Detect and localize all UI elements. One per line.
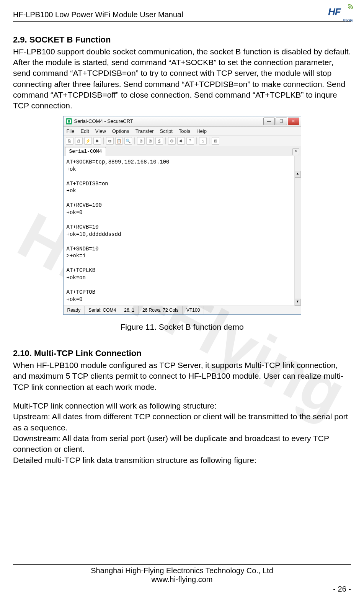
toolbar-icon[interactable]: ✖ xyxy=(177,137,185,145)
section-heading-socket-b: 2.9. SOCKET B Function xyxy=(13,34,351,46)
status-terminal-type: VT100 xyxy=(183,306,204,314)
body-text: Upstream: All dates from different TCP c… xyxy=(13,411,351,433)
toolbar-icon[interactable]: ✖ xyxy=(93,137,101,145)
toolbar-icon[interactable]: ⧉ xyxy=(106,137,114,145)
toolbar-icon[interactable]: 🖥 xyxy=(212,137,219,145)
toolbar-separator xyxy=(196,137,197,144)
logo-subtext: High-Flying xyxy=(343,19,353,21)
toolbar-icon[interactable]: 📋 xyxy=(115,137,123,145)
running-header: HF-LPB100 Low Power WiFi Module User Man… xyxy=(13,6,351,22)
toolbar-icon[interactable]: ? xyxy=(186,137,194,145)
securecrt-window: Serial-COM4 - SecureCRT — ☐ ✕ File Edit … xyxy=(63,116,301,315)
scroll-up-icon[interactable]: ▲ xyxy=(295,171,301,178)
toolbar-icon[interactable]: ⎘ xyxy=(66,137,73,145)
status-bar: Ready Serial: COM4 26, 1 26 Rows, 72 Col… xyxy=(64,306,301,314)
footer-company: Shanghai High-Flying Electronics Technol… xyxy=(13,566,351,575)
menu-help[interactable]: Help xyxy=(196,128,207,135)
menu-tools[interactable]: Tools xyxy=(179,128,190,135)
body-text: Detailed multi-TCP link data transmition… xyxy=(13,455,351,466)
toolbar-separator xyxy=(103,137,104,144)
figure-caption: Figure 11. Socket B function demo xyxy=(13,322,351,332)
footer-url: www.hi-flying.com xyxy=(13,575,351,584)
toolbar-icon[interactable]: 🖥 xyxy=(137,137,145,145)
menu-options[interactable]: Options xyxy=(112,128,129,135)
page-footer: Shanghai High-Flying Electronics Technol… xyxy=(13,564,351,594)
titlebar: Serial-COM4 - SecureCRT — ☐ ✕ xyxy=(64,116,301,127)
toolbar: ⎘ ⎙ ⚡ ✖ ⧉ 📋 🔍 🖥 🖥 🖨 ⚙ ✖ ? xyxy=(64,136,301,146)
app-icon xyxy=(66,118,72,124)
scroll-down-icon[interactable]: ▼ xyxy=(295,299,301,306)
window-title: Serial-COM4 - SecureCRT xyxy=(74,116,133,126)
menu-script[interactable]: Script xyxy=(160,128,173,135)
tab-close-icon[interactable]: ✕ xyxy=(292,148,299,155)
section-heading-multi-tcp: 2.10. Multi-TCP Link Connection xyxy=(13,348,351,359)
toolbar-separator xyxy=(165,137,166,144)
session-tab[interactable]: Serial-COM4 xyxy=(65,147,106,156)
close-button[interactable]: ✕ xyxy=(288,118,299,125)
toolbar-icon[interactable]: 🖨 xyxy=(155,137,163,145)
toolbar-icon[interactable]: 🔍 xyxy=(124,137,132,145)
toolbar-icon[interactable]: ⌂ xyxy=(199,137,207,145)
body-text: Multi-TCP link connection will work as f… xyxy=(13,401,351,411)
status-ready: Ready xyxy=(64,306,85,314)
section-body-socket-b: HF-LPB100 support double socket communic… xyxy=(13,46,351,111)
terminal-text: AT+SOCKB=tcp,8899,192.168.10.100 +ok AT+… xyxy=(67,159,170,306)
status-serial: Serial: COM4 xyxy=(85,306,120,314)
maximize-button[interactable]: ☐ xyxy=(276,118,287,125)
page-number: - 26 - xyxy=(13,585,351,594)
logo-text: HF xyxy=(328,6,341,18)
menu-view[interactable]: View xyxy=(95,128,106,135)
toolbar-separator xyxy=(209,137,209,144)
toolbar-icon[interactable]: ⚡ xyxy=(84,137,92,145)
toolbar-separator xyxy=(134,137,135,144)
toolbar-icon[interactable]: ⚙ xyxy=(168,137,176,145)
toolbar-icon[interactable]: 🖥 xyxy=(146,137,154,145)
status-rows-cols: 26 Rows, 72 Cols xyxy=(139,306,183,314)
toolbar-icon[interactable]: ⎙ xyxy=(75,137,83,145)
body-text: When HF-LPB100 module configured as TCP … xyxy=(13,360,351,392)
status-position: 26, 1 xyxy=(120,306,139,314)
body-text: Downstream: All data from serial port (u… xyxy=(13,433,351,455)
terminal-output[interactable]: AT+SOCKB=tcp,8899,192.168.10.100 +ok AT+… xyxy=(64,156,301,306)
doc-title: HF-LPB100 Low Power WiFi Module User Man… xyxy=(13,10,183,19)
brand-logo: HF High-Flying xyxy=(328,6,351,19)
menu-file[interactable]: File xyxy=(67,128,75,135)
tab-bar: Serial-COM4 ✕ xyxy=(64,146,301,156)
wifi-icon xyxy=(348,4,353,9)
menu-transfer[interactable]: Transfer xyxy=(135,128,154,135)
blank-line xyxy=(13,392,351,401)
minimize-button[interactable]: — xyxy=(263,118,275,125)
scrollbar[interactable]: ▲ ▼ xyxy=(294,156,301,306)
menu-edit[interactable]: Edit xyxy=(80,128,89,135)
menubar: File Edit View Options Transfer Script T… xyxy=(64,127,301,136)
